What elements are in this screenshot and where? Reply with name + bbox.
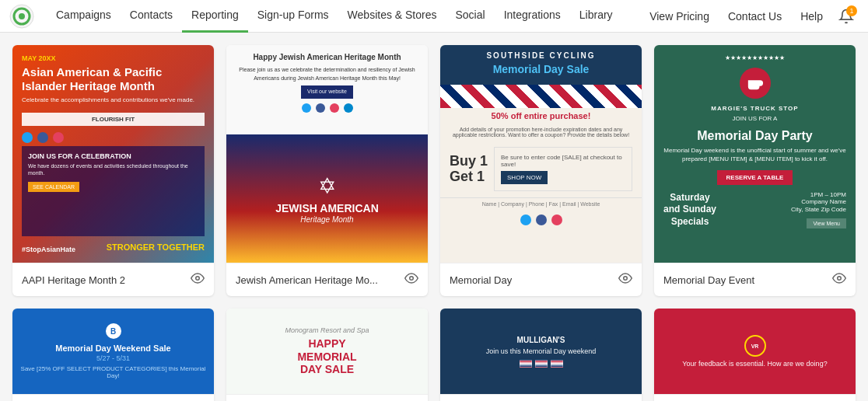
template-card-event: ★★★★★★★★★★★ MARGIE'S TRUCK STOP JOIN US … xyxy=(654,45,856,296)
main-content: MAY 20XX Asian American & Pacific Island… xyxy=(0,33,868,401)
template-preview-memorial: SOUTHSIDE CYCLING Memorial Day Sale 50% … xyxy=(440,45,642,263)
preview-eye-memorial[interactable] xyxy=(618,271,632,288)
template-preview-aapi: MAY 20XX Asian American & Pacific Island… xyxy=(12,45,214,263)
event-time: 1PM – 10PM xyxy=(791,191,846,198)
aapi-subtitle: Celebrate the accomplishments and contri… xyxy=(22,96,205,103)
template-footer-jewish: Jewish American Heritage Mo... xyxy=(226,263,428,296)
happy-memorial-title: HAPPYMEMORIALDAY SALE xyxy=(297,337,356,376)
jewish-subtitle: Heritage Month xyxy=(300,215,353,224)
nav-contact-us[interactable]: Contact Us xyxy=(720,0,789,33)
nav-websites-stores[interactable]: Websites & Stores xyxy=(338,0,446,33)
template-card-join-memorial: MULLIGAN'S Join us this Memorial Day wee… xyxy=(440,309,642,401)
memorial-bogo1: Buy 1 xyxy=(450,154,488,169)
aapi-date: MAY 20XX xyxy=(22,54,205,62)
template-card-jewish: Happy Jewish American Heritage Month Ple… xyxy=(226,45,428,296)
template-footer-aapi: AAPI Heritage Month 2 xyxy=(12,263,214,296)
nav-help[interactable]: Help xyxy=(793,0,831,33)
memorial-code-text: Be sure to enter code [SALE] at checkout… xyxy=(501,154,625,168)
event-address: Company NameCity, State Zip Code xyxy=(791,198,846,214)
template-name-aapi: AAPI Heritage Month 2 xyxy=(22,274,125,286)
nav-library[interactable]: Library xyxy=(570,0,622,33)
memorial-brand: SOUTHSIDE CYCLING xyxy=(446,51,635,60)
notification-badge: 1 xyxy=(846,5,857,16)
memorial-add-details: Add details of your promotion here-inclu… xyxy=(440,124,642,141)
template-card-feedback: VR Your feedback is essential. How are w… xyxy=(654,309,856,401)
event-logo xyxy=(740,68,771,99)
star-of-david-icon: ✡ xyxy=(318,173,336,199)
memorial-sale-title: Memorial Day Sale xyxy=(446,63,635,75)
event-brand: MARGIE'S TRUCK STOP xyxy=(711,105,798,112)
template-name-memorial: Memorial Day xyxy=(450,274,512,286)
template-preview-happy-memorial: Monogram Resort and Spa HAPPYMEMORIALDAY… xyxy=(226,309,428,394)
nav-view-pricing[interactable]: View Pricing xyxy=(642,0,717,33)
join-memorial-title: Join us this Memorial Day weekend xyxy=(486,347,597,355)
aapi-hashtag: #StopAsianHate xyxy=(22,246,75,253)
template-preview-event: ★★★★★★★★★★★ MARGIE'S TRUCK STOP JOIN US … xyxy=(654,45,856,263)
valley-realty-logo: VR xyxy=(744,335,766,357)
nav-social[interactable]: Social xyxy=(446,0,495,33)
notification-bell[interactable]: 1 xyxy=(834,4,859,29)
template-preview-jewish: Happy Jewish American Heritage Month Ple… xyxy=(226,45,428,263)
nav-signup-forms[interactable]: Sign-up Forms xyxy=(248,0,338,33)
nav-items: Campaigns Contacts Reporting Sign-up For… xyxy=(47,0,642,33)
aapi-join-text: We have dozens of events and activities … xyxy=(28,162,198,176)
memorial-shop-btn[interactable]: SHOP NOW xyxy=(501,171,548,184)
template-preview-weekend-sale: B Memorial Day Weekend Sale 5/27 - 5/31 … xyxy=(12,309,214,394)
memorial-code: Be sure to enter code [SALE] at checkout… xyxy=(494,147,632,191)
logo[interactable] xyxy=(9,4,34,29)
join-memorial-flags xyxy=(520,360,563,368)
event-specials: Saturdayand SundaySpecials xyxy=(663,192,716,228)
svg-point-4 xyxy=(410,277,414,281)
template-grid: MAY 20XX Asian American & Pacific Island… xyxy=(12,45,856,401)
mulligan-brand: MULLIGAN'S xyxy=(517,336,565,344)
event-invite: JOIN US FOR A xyxy=(733,115,778,122)
event-reserve-btn[interactable]: RESERVE A TABLE xyxy=(717,170,793,185)
memorial-stripe xyxy=(440,85,642,108)
template-footer-feedback: Your feedback is essential xyxy=(654,394,856,401)
jewish-email-top: Happy Jewish American Heritage Month Ple… xyxy=(226,45,428,134)
jewish-flag-section: ✡ JEWISH AMERICAN Heritage Month xyxy=(226,134,428,263)
template-card-weekend-sale: B Memorial Day Weekend Sale 5/27 - 5/31 … xyxy=(12,309,214,401)
template-footer-join-memorial: Join us this Memorial Day xyxy=(440,394,642,401)
template-footer-memorial: Memorial Day xyxy=(440,263,642,296)
template-preview-feedback: VR Your feedback is essential. How are w… xyxy=(654,309,856,394)
template-card-memorial: SOUTHSIDE CYCLING Memorial Day Sale 50% … xyxy=(440,45,642,296)
memorial-bogo: Buy 1 Get 1 Be sure to enter code [SALE]… xyxy=(440,141,642,197)
template-card-happy-memorial: Monogram Resort and Spa HAPPYMEMORIALDAY… xyxy=(226,309,428,401)
svg-point-5 xyxy=(624,277,628,281)
nav-reporting[interactable]: Reporting xyxy=(182,0,248,33)
jewish-top-text: Please join us as we celebrate the deter… xyxy=(234,66,420,82)
preview-eye-event[interactable] xyxy=(832,271,846,288)
preview-eye-aapi[interactable] xyxy=(191,271,205,288)
weekend-sale-desc: Save [25% OFF SELECT PRODUCT CATEGORIES]… xyxy=(20,365,206,379)
jewish-title: JEWISH AMERICAN xyxy=(275,202,379,215)
aapi-calendar-btn[interactable]: SEE CALENDAR xyxy=(28,182,79,192)
monogram-brand: Monogram Resort and Spa xyxy=(285,326,369,334)
template-name-jewish: Jewish American Heritage Mo... xyxy=(236,274,378,286)
weekend-sale-dates: 5/27 - 5/31 xyxy=(96,354,130,362)
event-party-desc: Memorial Day weekend is the unofficial s… xyxy=(663,146,846,163)
event-stars: ★★★★★★★★★★★ xyxy=(725,54,785,61)
birdhouse-logo: B xyxy=(106,323,121,339)
jewish-website-btn[interactable]: Visit our website xyxy=(301,85,353,99)
preview-eye-jewish[interactable] xyxy=(404,271,418,288)
memorial-top: SOUTHSIDE CYCLING Memorial Day Sale xyxy=(440,45,642,85)
aapi-title: Asian American & Pacific Islander Herita… xyxy=(22,65,205,93)
weekend-sale-title: Memorial Day Weekend Sale xyxy=(55,343,170,353)
aapi-logo: FLOURISH FIT xyxy=(22,113,205,126)
template-preview-join-memorial: MULLIGAN'S Join us this Memorial Day wee… xyxy=(440,309,642,394)
feedback-text: Your feedback is essential. How are we d… xyxy=(682,360,827,368)
memorial-bogo2: Get 1 xyxy=(450,169,488,185)
nav-integrations[interactable]: Integrations xyxy=(495,0,570,33)
template-footer-happy-memorial: Happy Memorial Day Sale xyxy=(226,394,428,401)
svg-point-6 xyxy=(838,277,842,281)
svg-point-2 xyxy=(19,13,25,19)
nav-campaigns[interactable]: Campaigns xyxy=(47,0,121,33)
memorial-discount: 50% off entire purchase! xyxy=(440,108,642,124)
svg-point-3 xyxy=(196,277,200,281)
template-card-aapi: MAY 20XX Asian American & Pacific Island… xyxy=(12,45,214,296)
event-menu-btn[interactable]: View Menu xyxy=(807,218,846,228)
nav-contacts[interactable]: Contacts xyxy=(121,0,182,33)
event-party-title: Memorial Day Party xyxy=(697,128,813,143)
template-footer-event: Memorial Day Event xyxy=(654,263,856,296)
